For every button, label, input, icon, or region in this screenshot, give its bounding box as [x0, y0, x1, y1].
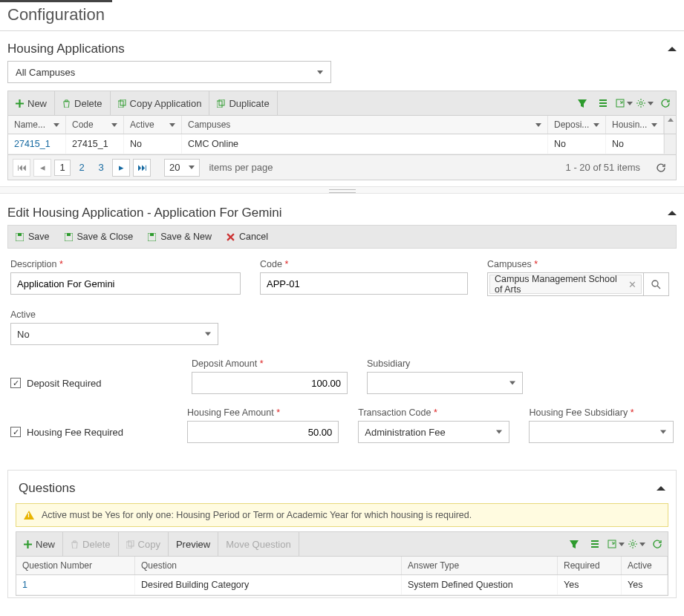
items-per-page-select[interactable]: 20: [164, 159, 200, 177]
splitter-handle[interactable]: [0, 186, 684, 194]
chevron-down-icon[interactable]: [651, 123, 657, 127]
gear-icon[interactable]: [626, 532, 647, 556]
svg-rect-7: [18, 233, 22, 236]
filter-icon[interactable]: [564, 532, 584, 556]
row-active: No: [124, 134, 182, 154]
col-code[interactable]: Code: [72, 119, 94, 130]
chevron-down-icon: [660, 430, 666, 434]
copy-question-button: Copy: [119, 532, 169, 556]
pager-page-3[interactable]: 3: [93, 162, 109, 173]
apps-toolbar: New Delete Copy Application Duplicate: [7, 91, 677, 116]
delete-question-button: Delete: [63, 532, 119, 556]
export-icon[interactable]: [605, 532, 626, 556]
chevron-down-icon[interactable]: [53, 123, 59, 127]
save-button[interactable]: Save: [8, 232, 57, 242]
grid-scrollbar[interactable]: [664, 134, 676, 154]
refresh-icon[interactable]: [651, 163, 671, 173]
active-select[interactable]: No: [10, 323, 218, 345]
row-code: 27415_1: [66, 134, 124, 154]
save-close-button[interactable]: Save & Close: [57, 232, 141, 242]
col-answer-type[interactable]: Answer Type: [408, 560, 459, 571]
deposit-amount-input[interactable]: [192, 372, 348, 394]
preview-button[interactable]: Preview: [169, 532, 218, 556]
col-active[interactable]: Active: [628, 560, 652, 571]
campus-filter-dropdown[interactable]: All Campuses: [7, 61, 331, 83]
question-number-link[interactable]: 1: [16, 575, 135, 594]
table-row[interactable]: 27415_1 27415_1 No CMC Online No No: [8, 134, 676, 154]
code-label: Code *: [260, 259, 468, 269]
table-row[interactable]: 1 Desired Building Category System Defin…: [16, 575, 668, 595]
svg-point-12: [652, 281, 658, 286]
chevron-down-icon[interactable]: [535, 123, 541, 127]
col-question-number[interactable]: Question Number: [22, 560, 92, 571]
chevron-down-icon[interactable]: [111, 123, 117, 127]
cancel-button[interactable]: Cancel: [219, 232, 276, 242]
row-name-link[interactable]: 27415_1: [8, 134, 66, 154]
warning-text: Active must be Yes for only one: Housing…: [42, 510, 472, 520]
new-button[interactable]: New: [8, 91, 55, 115]
save-new-button[interactable]: Save & New: [140, 232, 219, 242]
pager-page-2[interactable]: 2: [74, 162, 90, 173]
deposit-required-checkbox[interactable]: Deposit Required: [10, 372, 172, 394]
chevron-down-icon: [317, 71, 323, 74]
campus-search-button[interactable]: [644, 272, 669, 296]
row-housing: No: [606, 134, 664, 154]
pager-summary: 1 - 20 of 51 items: [566, 162, 640, 173]
campus-chip: Campus Management School of Arts ✕: [489, 275, 642, 294]
question-text: Desired Building Category: [135, 575, 402, 594]
gear-icon[interactable]: [634, 91, 655, 115]
col-required[interactable]: Required: [564, 560, 600, 571]
filter-icon[interactable]: [572, 91, 593, 115]
required-value: Yes: [558, 575, 622, 594]
transaction-code-select[interactable]: Administration Fee: [358, 421, 509, 443]
col-question[interactable]: Question: [141, 560, 177, 571]
housing-fee-subsidiary-label: Housing Fee Subsidiary *: [529, 407, 674, 418]
checkbox-icon: [10, 378, 21, 388]
code-input[interactable]: [260, 272, 468, 295]
list-icon[interactable]: [593, 91, 613, 115]
subsidiary-select[interactable]: [367, 372, 523, 394]
grid-scrollbar[interactable]: [664, 116, 676, 134]
chevron-down-icon[interactable]: [169, 123, 175, 127]
delete-button[interactable]: Delete: [55, 91, 111, 115]
answer-type: System Defined Question: [402, 575, 558, 594]
col-housing[interactable]: Housin...: [612, 119, 647, 130]
duplicate-button[interactable]: Duplicate: [209, 91, 277, 115]
campuses-multiselect[interactable]: Campus Management School of Arts ✕: [487, 272, 644, 296]
svg-rect-9: [67, 233, 71, 236]
transaction-code-label: Transaction Code *: [358, 407, 509, 418]
pager-prev-button[interactable]: ◂: [33, 159, 51, 177]
col-name[interactable]: Name...: [14, 119, 45, 130]
subsidiary-label: Subsidiary: [367, 358, 523, 369]
pager-page-1[interactable]: 1: [54, 160, 71, 176]
collapse-apps-icon[interactable]: [668, 47, 677, 51]
housing-fee-subsidiary-select[interactable]: [529, 421, 674, 443]
svg-point-16: [631, 543, 634, 545]
collapse-questions-icon[interactable]: [657, 486, 665, 491]
pager-next-button[interactable]: ▸: [112, 159, 130, 177]
description-input[interactable]: [10, 272, 241, 295]
housing-fee-amount-input[interactable]: [187, 421, 339, 443]
refresh-icon[interactable]: [647, 532, 668, 556]
row-deposit: No: [548, 134, 606, 154]
pager-last-button[interactable]: ⏭: [133, 159, 151, 177]
collapse-edit-icon[interactable]: [668, 211, 677, 215]
col-deposit[interactable]: Deposi...: [554, 119, 589, 130]
list-icon[interactable]: [584, 532, 605, 556]
remove-chip-icon[interactable]: ✕: [628, 279, 636, 290]
apps-pager: ⏮ ◂ 1 2 3 ▸ ⏭ 20 items per page 1 - 20 o…: [7, 155, 677, 180]
refresh-icon[interactable]: [655, 91, 676, 115]
move-question-button: Move Question: [218, 532, 299, 556]
deposit-amount-label: Deposit Amount *: [192, 358, 348, 369]
export-icon[interactable]: [613, 91, 634, 115]
new-question-button[interactable]: New: [16, 532, 63, 556]
housing-fee-required-checkbox[interactable]: Housing Fee Required: [10, 421, 168, 443]
chevron-down-icon[interactable]: [593, 123, 599, 127]
col-active[interactable]: Active: [130, 119, 154, 130]
pager-first-button[interactable]: ⏮: [13, 159, 30, 177]
housing-fee-required-label: Housing Fee Required: [27, 427, 123, 438]
col-campuses[interactable]: Campuses: [188, 119, 230, 130]
questions-toolbar: New Delete Copy Preview Move Question: [16, 531, 668, 557]
copy-application-button[interactable]: Copy Application: [111, 91, 210, 115]
campuses-label: Campuses *: [487, 259, 669, 269]
